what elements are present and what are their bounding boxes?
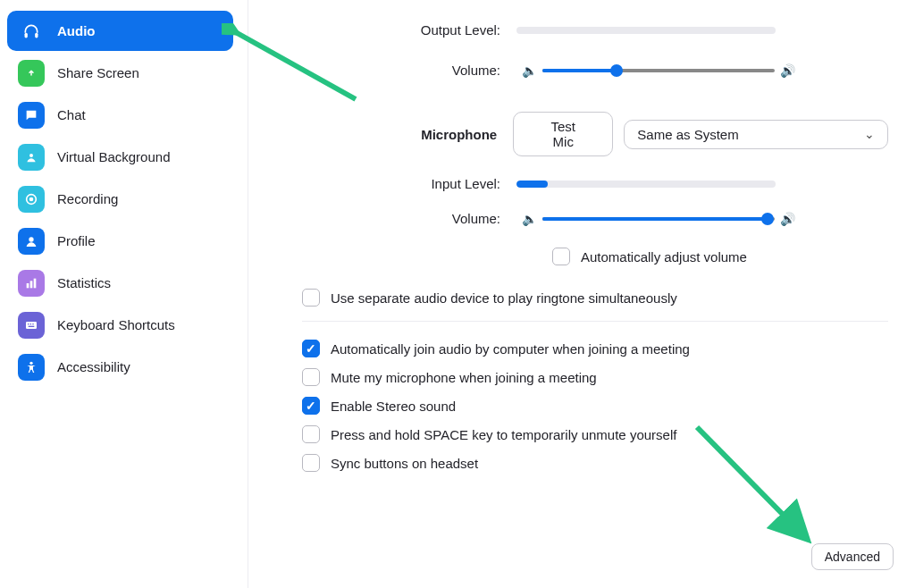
- option-row: Automatically join audio by computer whe…: [302, 334, 888, 363]
- svg-point-4: [29, 154, 33, 157]
- svg-rect-8: [27, 283, 29, 288]
- sidebar-item-statistics[interactable]: Statistics: [7, 263, 233, 303]
- accessibility-icon: [18, 354, 45, 381]
- sidebar-item-label: Statistics: [57, 275, 111, 290]
- option-label: Enable Stereo sound: [331, 399, 456, 414]
- auto-adjust-volume-label: Automatically adjust volume: [581, 249, 747, 265]
- settings-sidebar: Audio Share Screen Chat Virtual Backgrou…: [0, 0, 248, 588]
- sidebar-item-label: Keyboard Shortcuts: [57, 317, 175, 332]
- sidebar-item-share-screen[interactable]: Share Screen: [7, 53, 233, 93]
- mic-device-selected: Same as System: [637, 127, 738, 142]
- sidebar-item-virtual-background[interactable]: Virtual Background: [7, 137, 233, 177]
- sidebar-item-label: Virtual Background: [57, 149, 170, 164]
- volume-low-icon: 🔈: [522, 212, 537, 226]
- svg-rect-0: [25, 32, 28, 38]
- profile-icon: [18, 228, 45, 255]
- volume-low-icon: 🔈: [522, 63, 537, 78]
- option-label: Press and hold SPACE key to temporarily …: [331, 427, 676, 442]
- speaker-volume-slider[interactable]: [542, 69, 775, 72]
- sidebar-item-recording[interactable]: Recording: [7, 179, 233, 219]
- option-label: Sync buttons on headset: [331, 456, 478, 471]
- mic-device-select[interactable]: Same as System ⌄: [624, 120, 888, 149]
- options-divider: [302, 321, 888, 322]
- share-screen-icon: [18, 60, 45, 87]
- svg-rect-13: [30, 323, 31, 324]
- option-checkbox[interactable]: [302, 425, 320, 443]
- mic-volume-label: Volume:: [284, 211, 516, 226]
- option-row: Enable Stereo sound: [302, 391, 888, 420]
- separate-ringtone-checkbox[interactable]: [302, 289, 320, 307]
- recording-icon: [18, 186, 45, 213]
- keyboard-icon: [18, 312, 45, 339]
- speaker-volume-label: Volume:: [284, 63, 516, 78]
- chevron-down-icon: ⌄: [864, 127, 875, 141]
- option-checkbox[interactable]: [302, 454, 320, 472]
- statistics-icon: [18, 270, 45, 297]
- option-checkbox[interactable]: [302, 340, 320, 357]
- output-level-meter: [516, 27, 776, 34]
- mic-volume-slider[interactable]: [542, 217, 775, 221]
- svg-point-16: [29, 361, 32, 364]
- microphone-section-label: Microphone: [284, 127, 513, 142]
- input-level-meter: [516, 181, 776, 188]
- input-level-label: Input Level:: [284, 176, 516, 191]
- option-label: Mute my microphone when joining a meetin…: [331, 370, 597, 385]
- chat-icon: [18, 102, 45, 129]
- sidebar-item-keyboard-shortcuts[interactable]: Keyboard Shortcuts: [7, 305, 233, 345]
- option-row: Sync buttons on headset: [302, 449, 888, 477]
- sidebar-item-accessibility[interactable]: Accessibility: [7, 347, 233, 387]
- svg-rect-11: [26, 322, 37, 329]
- audio-settings-panel: Output Level: Volume: 🔈 🔊 Microphone Tes…: [248, 0, 915, 588]
- output-level-label: Output Level:: [284, 22, 516, 38]
- sidebar-item-label: Profile: [57, 233, 96, 248]
- svg-rect-10: [34, 278, 37, 288]
- sidebar-item-audio[interactable]: Audio: [7, 11, 233, 51]
- sidebar-item-label: Chat: [57, 107, 86, 122]
- sidebar-item-label: Audio: [57, 23, 96, 38]
- svg-rect-15: [29, 325, 35, 326]
- separate-ringtone-label: Use separate audio device to play ringto…: [331, 290, 677, 306]
- sidebar-item-chat[interactable]: Chat: [7, 95, 233, 135]
- sidebar-item-label: Accessibility: [57, 359, 130, 374]
- virtual-background-icon: [18, 144, 45, 171]
- svg-rect-1: [35, 32, 38, 38]
- headphones-icon: [18, 18, 45, 45]
- sidebar-item-label: Share Screen: [57, 65, 139, 80]
- option-row: Press and hold SPACE key to temporarily …: [302, 420, 888, 449]
- option-row: Mute my microphone when joining a meetin…: [302, 363, 888, 391]
- svg-rect-14: [32, 323, 33, 324]
- option-checkbox[interactable]: [302, 368, 320, 386]
- volume-high-icon: 🔊: [780, 63, 795, 78]
- auto-adjust-volume-checkbox[interactable]: [552, 248, 570, 265]
- svg-rect-9: [30, 281, 33, 288]
- option-checkbox[interactable]: [302, 397, 320, 415]
- advanced-button[interactable]: Advanced: [811, 543, 894, 570]
- svg-rect-12: [28, 323, 29, 324]
- sidebar-item-profile[interactable]: Profile: [7, 221, 233, 261]
- sidebar-item-label: Recording: [57, 191, 118, 206]
- svg-point-6: [29, 197, 34, 201]
- option-label: Automatically join audio by computer whe…: [331, 341, 690, 357]
- test-mic-button[interactable]: Test Mic: [513, 112, 613, 156]
- svg-point-7: [29, 237, 33, 241]
- volume-high-icon: 🔊: [780, 212, 795, 226]
